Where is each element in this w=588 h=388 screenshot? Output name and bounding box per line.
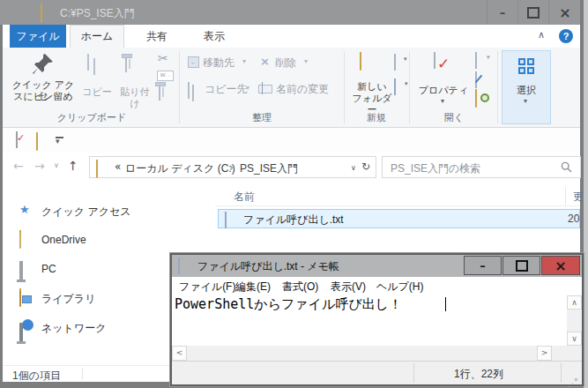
paste-shortcut-icon[interactable] <box>159 84 160 101</box>
cut-icon[interactable]: ✂ <box>158 51 168 65</box>
status-panel-separator <box>413 363 414 383</box>
notepad-text-area[interactable]: PowerShellからファイル呼び出し！ <box>172 295 567 346</box>
group-label-clipboard: クリップボード <box>38 111 145 124</box>
address-dropdown-icon[interactable]: ∨ <box>351 164 356 172</box>
new-item-button[interactable]: ▾ <box>394 55 408 67</box>
menu-view[interactable]: 表示(V) <box>331 280 366 295</box>
filelist-header: 名前 更 <box>215 187 580 206</box>
quick-access-star-icon: ★ <box>19 203 30 216</box>
file-row[interactable]: ファイル呼び出し.txt 20 <box>218 209 580 228</box>
explorer-minimize-button[interactable]: – <box>487 0 517 25</box>
notepad-window: ファイル呼び出し.txt - メモ帳 – × ファイル(F) 編集(E) 書式(… <box>170 253 584 386</box>
group-separator <box>409 51 410 123</box>
copy-to-button[interactable]: コピー先 ▾ <box>188 81 255 97</box>
history-button[interactable] <box>475 90 491 104</box>
copy-path-icon[interactable]: W… <box>157 71 174 81</box>
group-label-open: 開く <box>428 111 480 124</box>
tab-home[interactable]: ホーム <box>70 25 124 48</box>
menu-format[interactable]: 書式(O) <box>282 280 318 295</box>
group-label-organize: 整理 <box>235 111 288 124</box>
search-box[interactable] <box>382 156 581 178</box>
properties-icon <box>434 52 435 69</box>
recent-locations-dropdown[interactable]: ∨ <box>54 161 59 169</box>
scroll-right-arrow[interactable]: > <box>537 346 552 361</box>
ribbon-collapse-icon[interactable]: ∧ <box>538 29 545 41</box>
copy-button[interactable]: コピー <box>80 51 114 120</box>
delete-button[interactable]: × 削除 ▾ <box>260 55 331 71</box>
sidebar-item-libraries[interactable]: ライブラリ <box>19 290 196 305</box>
pc-monitor-icon <box>19 261 23 280</box>
notepad-titlebar[interactable]: ファイル呼び出し.txt - メモ帳 – × <box>172 255 582 277</box>
group-separator <box>179 51 180 123</box>
tab-share[interactable]: 共有 <box>131 25 182 48</box>
sidebar-label-network: ネットワーク <box>41 321 106 336</box>
notepad-close-button[interactable]: × <box>541 256 580 275</box>
column-header-modified[interactable]: 更 <box>573 190 584 205</box>
sidebar-label-pc: PC <box>41 263 56 275</box>
back-button[interactable]: ← <box>13 159 24 173</box>
delete-label: 削除 <box>275 56 296 71</box>
explorer-maximize-button[interactable] <box>517 0 548 25</box>
forward-button[interactable]: → <box>34 159 45 173</box>
pin-label-line2: スにピン留め <box>8 91 78 102</box>
onedrive-icon <box>19 232 21 249</box>
notepad-maximize-button[interactable] <box>502 256 540 275</box>
menu-help[interactable]: ヘルプ(H) <box>376 280 424 295</box>
column-divider[interactable] <box>565 187 566 206</box>
scroll-down-arrow[interactable]: ∨ <box>567 332 582 346</box>
history-folder-icon <box>475 91 477 108</box>
text-cursor <box>445 297 446 311</box>
explorer-titlebar[interactable]: C:¥PS_ISE入門 – × <box>0 0 580 25</box>
group-separator <box>344 51 345 123</box>
copy-icon-back <box>93 58 95 75</box>
close-icon: × <box>559 4 570 21</box>
breadcrumb-current[interactable]: PS_ISE入門 <box>240 161 298 176</box>
qat-new-folder-icon[interactable] <box>36 134 38 151</box>
select-button[interactable]: 選択 ▾ <box>502 50 551 124</box>
sidebar-item-pc[interactable]: PC <box>19 261 196 276</box>
sidebar-item-quick-access[interactable]: ★ クイック アクセス <box>19 203 196 218</box>
easy-access-icon <box>394 78 396 95</box>
qat-customize-dropdown-icon[interactable]: ▾ <box>56 137 60 146</box>
rename-button[interactable]: 名前の変更 <box>258 81 338 97</box>
vertical-scrollbar[interactable]: ∧ ∨ <box>567 295 582 346</box>
tab-view[interactable]: 表示 <box>189 25 240 48</box>
sidebar-item-onedrive[interactable]: OneDrive <box>19 232 196 247</box>
help-button[interactable]: ? <box>559 29 573 43</box>
notepad-window-title: ファイル呼び出し.txt - メモ帳 <box>197 259 339 274</box>
screen: C:¥PS_ISE入門 – × ファイル ホーム 共有 表示 ∧ ? <box>0 0 588 388</box>
move-to-icon: ← <box>188 56 199 68</box>
edit-button[interactable] <box>475 72 489 85</box>
menu-file[interactable]: ファイル(F) <box>179 280 235 295</box>
sidebar-item-network[interactable]: ネットワーク <box>19 319 196 334</box>
tab-file[interactable]: ファイル <box>10 25 66 48</box>
new-folder-label-line1: 新しい <box>348 81 396 93</box>
explorer-close-button[interactable]: × <box>548 0 581 25</box>
quick-access-toolbar: ✓ ▾ <box>3 128 580 153</box>
notepad-minimize-button[interactable]: – <box>464 256 502 275</box>
move-to-label: 移動先 <box>203 56 234 71</box>
scroll-up-arrow[interactable]: ∧ <box>567 295 582 310</box>
resize-grip[interactable] <box>576 379 577 380</box>
address-bar-row: ← → ∨ ↑ « ローカル ディスク (C:) › PS_ISE入門 ∨ ↻ <box>3 153 580 181</box>
scroll-left-arrow[interactable]: < <box>172 346 187 361</box>
open-button[interactable]: ▾ <box>475 53 493 65</box>
move-to-button[interactable]: ← 移動先 ▾ <box>188 55 255 71</box>
horizontal-scrollbar[interactable]: < > <box>172 346 567 361</box>
up-button[interactable]: ↑ <box>68 159 78 173</box>
column-header-name[interactable]: 名前 <box>234 190 255 205</box>
menu-edit[interactable]: 編集(E) <box>235 280 271 295</box>
paste-button[interactable]: 貼り付け <box>115 51 154 120</box>
address-bar[interactable]: « ローカル ディスク (C:) › PS_ISE入門 ∨ ↻ <box>89 156 376 178</box>
pin-to-quick-access-button[interactable]: クイック アクセ スにピン留め <box>8 51 78 120</box>
dropdown-icon: ▾ <box>487 54 490 61</box>
sidebar-label-onedrive: OneDrive <box>41 234 86 246</box>
dropdown-icon: ▾ <box>242 57 246 65</box>
refresh-icon[interactable]: ↻ <box>361 160 370 173</box>
easy-access-button[interactable]: ▾ <box>394 79 408 92</box>
select-label: 選択 <box>502 85 550 96</box>
minimize-icon: – <box>500 6 506 19</box>
breadcrumb-root[interactable]: ローカル ディスク (C:) <box>125 161 235 176</box>
search-input[interactable] <box>389 157 560 179</box>
breadcrumb-guillemet[interactable]: « <box>115 160 121 173</box>
